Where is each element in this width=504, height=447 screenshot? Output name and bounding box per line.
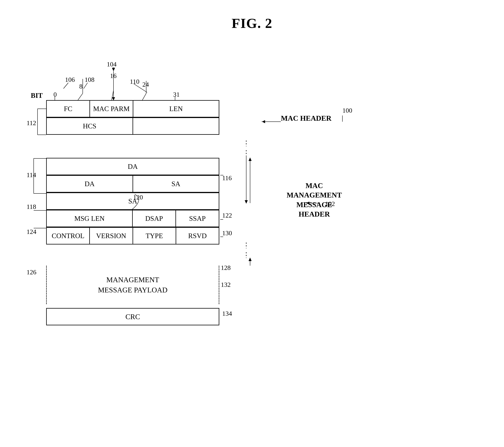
sa-full-cell: SA	[47, 193, 219, 209]
ref-128: 128	[221, 264, 231, 271]
ref-102: 102	[325, 200, 335, 207]
crc-row: CRC	[46, 308, 219, 325]
ref-114: 114	[27, 171, 36, 179]
version-cell: VERSION	[90, 228, 133, 244]
payload-area: MANAGEMENTMESSAGE PAYLOAD	[46, 266, 219, 304]
bit-pos-24: 24	[142, 81, 149, 88]
mmm-header-label: MACMANAGEMENTMESSAGEHEADER	[287, 181, 342, 219]
svg-marker-41	[249, 258, 252, 261]
ref-112: 112	[27, 119, 36, 127]
fc-cell: FC	[47, 101, 90, 117]
ref-110: 110	[130, 78, 140, 85]
ssap-cell: SSAP	[176, 210, 219, 226]
ref-118: 118	[27, 203, 36, 210]
hcs-cell: HCS	[47, 118, 133, 134]
dsap-cell: DSAP	[133, 210, 176, 226]
ref-116: 116	[222, 174, 232, 182]
page-title: FIG. 2	[0, 0, 504, 43]
ref-132: 132	[221, 281, 231, 288]
mac-header-label: MAC HEADER	[281, 113, 331, 123]
bit-label: BIT	[31, 92, 43, 99]
bit-pos-16: 16	[110, 72, 117, 79]
bit-pos-0: 0	[54, 91, 57, 98]
ref-122: 122	[222, 212, 232, 219]
svg-marker-34	[249, 157, 252, 161]
svg-marker-28	[262, 120, 265, 123]
ref-106: 106	[65, 76, 75, 83]
svg-line-3	[111, 91, 113, 100]
ref-104: 104	[107, 61, 117, 68]
svg-marker-14	[112, 68, 115, 71]
svg-line-7	[142, 93, 146, 100]
bit-pos-31: 31	[173, 91, 180, 98]
len-cell: LEN	[133, 101, 219, 117]
ref-100: 100	[342, 107, 352, 114]
da-full-cell: DA	[47, 158, 219, 175]
ref-126: 126	[27, 269, 36, 276]
da-half-cell: DA	[47, 176, 133, 192]
sa-half-right-cell: SA	[133, 176, 219, 192]
hcs-empty-cell	[133, 118, 219, 134]
msg-len-cell: MSG LEN	[47, 210, 133, 226]
ref-134: 134	[222, 310, 232, 317]
payload-text: MANAGEMENTMESSAGE PAYLOAD	[98, 275, 167, 295]
svg-marker-32	[245, 200, 248, 204]
svg-line-1	[78, 93, 83, 100]
control-cell: CONTROL	[47, 228, 90, 244]
ref-108: 108	[85, 76, 94, 83]
mac-parm-cell: MAC PARM	[90, 101, 133, 117]
svg-line-11	[84, 83, 88, 89]
mmm-header-group: DA DA SA SA MSG LEN DSAP SSAP CONTROL VE…	[46, 158, 219, 244]
ref-124: 124	[27, 228, 36, 235]
type-cell: TYPE	[133, 228, 176, 244]
rsvd-cell: RSVD	[176, 228, 219, 244]
mac-header-group: FC MAC PARM LEN HCS	[46, 100, 219, 135]
ref-120: 120	[133, 194, 143, 201]
bit-pos-8: 8	[79, 83, 83, 90]
ref-130: 130	[222, 229, 232, 237]
svg-line-10	[63, 83, 68, 89]
